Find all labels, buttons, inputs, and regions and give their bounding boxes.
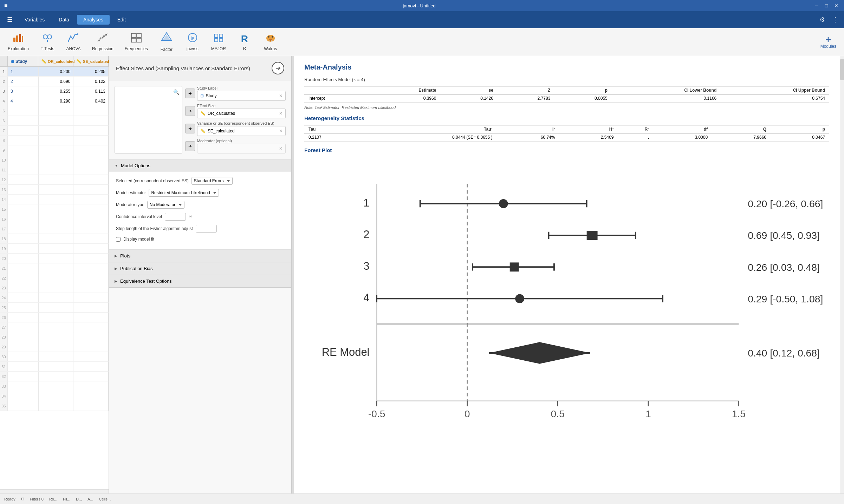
cell-se-7[interactable] xyxy=(73,126,109,135)
plots-header[interactable]: ▶ Plots xyxy=(109,250,291,262)
cell-se-21[interactable] xyxy=(73,263,109,273)
cell-se-34[interactable] xyxy=(73,391,109,401)
cell-study-16[interactable] xyxy=(8,214,39,224)
cell-se-12[interactable] xyxy=(73,175,109,184)
cell-or-27[interactable] xyxy=(39,322,74,332)
cell-or-22[interactable] xyxy=(39,273,74,283)
cell-study-15[interactable] xyxy=(8,204,39,214)
cell-study-32[interactable] xyxy=(8,372,39,381)
table-row[interactable]: 30 xyxy=(0,352,109,362)
table-row[interactable]: 20 xyxy=(0,254,109,263)
cell-se-32[interactable] xyxy=(73,372,109,381)
effect-size-field[interactable]: 📏 OR_calculated ✕ xyxy=(197,109,286,118)
menu-edit[interactable]: Edit xyxy=(111,15,132,25)
cell-or-33[interactable] xyxy=(39,381,74,391)
toolbar-factor[interactable]: Factor xyxy=(154,30,179,54)
toolbar-frequencies[interactable]: Frequencies xyxy=(120,31,153,53)
cell-or-13[interactable] xyxy=(39,185,74,194)
table-row[interactable]: 19 xyxy=(0,244,109,254)
cell-study-26[interactable] xyxy=(8,313,39,322)
cell-study-31[interactable] xyxy=(8,362,39,371)
cell-study-13[interactable] xyxy=(8,185,39,194)
table-row[interactable]: 4 4 0.290 0.402 xyxy=(0,96,109,106)
cell-or-26[interactable] xyxy=(39,313,74,322)
cell-se-25[interactable] xyxy=(73,303,109,312)
cell-or-1[interactable]: 0.200 xyxy=(39,67,74,76)
cell-study-18[interactable] xyxy=(8,234,39,243)
cell-or-34[interactable] xyxy=(39,391,74,401)
menu-variables[interactable]: Variables xyxy=(18,15,51,25)
table-row[interactable]: 1 1 0.200 0.235 xyxy=(0,67,109,77)
cell-study-10[interactable] xyxy=(8,155,39,165)
cell-or-28[interactable] xyxy=(39,332,74,342)
settings-icon[interactable]: ⚙ xyxy=(817,16,828,24)
cell-se-6[interactable] xyxy=(73,116,109,125)
cell-se-24[interactable] xyxy=(73,293,109,302)
cell-or-3[interactable]: 0.255 xyxy=(39,86,74,96)
status-cells[interactable]: Cells... xyxy=(99,497,111,501)
variance-clear-button[interactable]: ✕ xyxy=(279,129,283,133)
cell-or-18[interactable] xyxy=(39,234,74,243)
table-row[interactable]: 6 xyxy=(0,116,109,126)
table-row[interactable]: 2 2 0.690 0.122 xyxy=(0,77,109,86)
titlebar-controls[interactable]: ─ □ ✕ xyxy=(813,3,840,8)
cell-study-2[interactable]: 2 xyxy=(8,77,39,86)
cell-se-35[interactable] xyxy=(73,401,109,411)
cell-study-12[interactable] xyxy=(8,175,39,184)
hamburger-menu[interactable]: ☰ xyxy=(3,16,17,24)
cell-or-32[interactable] xyxy=(39,372,74,381)
table-row[interactable]: 22 xyxy=(0,273,109,283)
cell-study-7[interactable] xyxy=(8,126,39,135)
more-icon[interactable]: ⋮ xyxy=(829,16,841,24)
study-col-header[interactable]: ⊞ Study xyxy=(8,56,38,66)
cell-or-14[interactable] xyxy=(39,195,74,204)
cell-se-28[interactable] xyxy=(73,332,109,342)
variance-field[interactable]: 📏 SE_calculated ✕ xyxy=(197,126,286,136)
study-clear-button[interactable]: ✕ xyxy=(279,93,283,98)
toolbar-jpwrss[interactable]: jp jpwrss xyxy=(180,31,205,53)
cell-or-20[interactable] xyxy=(39,254,74,263)
table-row[interactable]: 33 xyxy=(0,381,109,391)
table-row[interactable]: 18 xyxy=(0,234,109,244)
cell-or-23[interactable] xyxy=(39,283,74,293)
table-row[interactable]: 16 xyxy=(0,214,109,224)
table-row[interactable]: 28 xyxy=(0,332,109,342)
cell-study-34[interactable] xyxy=(8,391,39,401)
cell-or-7[interactable] xyxy=(39,126,74,135)
cell-se-11[interactable] xyxy=(73,165,109,175)
model-options-header[interactable]: ▼ Model Options xyxy=(109,159,291,172)
table-row[interactable]: 14 xyxy=(0,195,109,204)
cell-se-22[interactable] xyxy=(73,273,109,283)
cell-se-16[interactable] xyxy=(73,214,109,224)
status-d[interactable]: D... xyxy=(76,497,82,501)
cell-study-17[interactable] xyxy=(8,224,39,234)
cell-study-33[interactable] xyxy=(8,381,39,391)
cell-or-16[interactable] xyxy=(39,214,74,224)
equivalence-header[interactable]: ▶ Equivalence Test Options xyxy=(109,275,291,288)
cell-study-20[interactable] xyxy=(8,254,39,263)
table-row[interactable]: 17 xyxy=(0,224,109,234)
toolbar-walrus[interactable]: Walrus xyxy=(258,31,283,53)
toolbar-ttests[interactable]: T-Tests xyxy=(35,31,60,53)
cell-or-6[interactable] xyxy=(39,116,74,125)
cell-or-29[interactable] xyxy=(39,342,74,352)
study-label-arrow[interactable]: ➜ xyxy=(185,89,195,98)
table-row[interactable]: 13 xyxy=(0,185,109,195)
table-row[interactable]: 34 xyxy=(0,391,109,401)
cell-se-14[interactable] xyxy=(73,195,109,204)
cell-study-3[interactable]: 3 xyxy=(8,86,39,96)
table-row[interactable]: 10 xyxy=(0,155,109,165)
cell-study-23[interactable] xyxy=(8,283,39,293)
cell-or-11[interactable] xyxy=(39,165,74,175)
table-row[interactable]: 12 xyxy=(0,175,109,185)
cell-se-8[interactable] xyxy=(73,136,109,145)
nav-arrow-button[interactable]: ➜ xyxy=(272,62,284,74)
cell-or-2[interactable]: 0.690 xyxy=(39,77,74,86)
cell-or-15[interactable] xyxy=(39,204,74,214)
search-icon[interactable]: 🔍 xyxy=(173,89,179,95)
table-row[interactable]: 26 xyxy=(0,313,109,322)
cell-or-9[interactable] xyxy=(39,145,74,155)
table-row[interactable]: 24 xyxy=(0,293,109,303)
menu-data[interactable]: Data xyxy=(52,15,76,25)
ci-level-input[interactable]: 95 xyxy=(165,213,186,221)
